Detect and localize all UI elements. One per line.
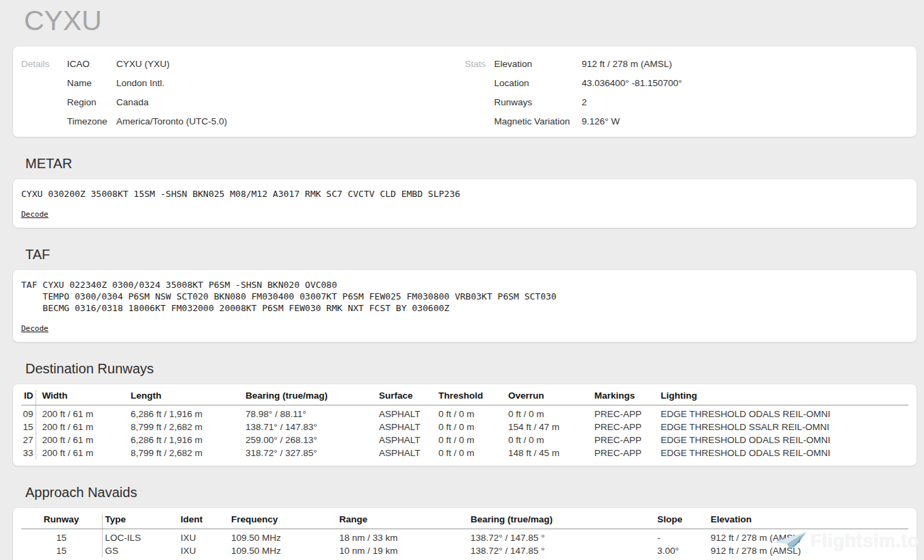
info-row: Runways2 [494, 93, 909, 112]
taf-heading: TAF [25, 245, 916, 264]
column-header: Threshold [438, 390, 508, 405]
table-cell: 15 [21, 544, 102, 557]
table-cell: 109.50 MHz [231, 529, 339, 545]
table-cell: 138.72° / 147.85 ° [471, 529, 657, 545]
table-cell: PREC-APP [594, 405, 661, 421]
details-group-label: Details [21, 55, 58, 74]
table-header-row: RunwayTypeIdentFrequencyRangeBearing (tr… [21, 514, 908, 529]
runways-heading: Destination Runways [25, 360, 916, 378]
info-value: 912 ft / 278 m (AMSL) [582, 55, 672, 74]
table-cell: 6,286 ft / 1,916 m [131, 434, 246, 446]
info-row: Elevation912 ft / 278 m (AMSL) [494, 55, 909, 74]
column-header: Surface [379, 390, 438, 405]
table-header-row: IDWidthLengthBearing (true/mag)SurfaceTh… [21, 390, 908, 405]
metar-heading: METAR [25, 155, 916, 173]
table-cell: EDGE THRESHOLD SSALR REIL-OMNI [661, 421, 908, 434]
table-cell: 3.00° [657, 544, 711, 557]
table-cell: ASPHALT [379, 446, 438, 459]
column-header: Runway [21, 514, 102, 529]
watermark-text: Flightsim.to [810, 531, 919, 551]
metar-decode-link[interactable]: Decode [21, 210, 49, 219]
stats-rows: Elevation912 ft / 278 m (AMSL)Location43… [494, 55, 909, 131]
column-header: Type [102, 514, 181, 529]
paper-plane-icon [771, 530, 807, 552]
table-cell: 8,799 ft / 2,682 m [131, 446, 246, 459]
table-cell: 259.00° / 268.13° [246, 434, 379, 446]
navaids-heading: Approach Navaids [25, 483, 916, 502]
table-cell: - [657, 529, 711, 545]
table-cell: 154 ft / 47 m [508, 421, 594, 434]
column-header: Width [36, 390, 131, 405]
table-cell: 148 ft / 45 m [508, 446, 594, 459]
table-cell: EDGE THRESHOLD ODALS REIL-OMNI [661, 434, 908, 446]
column-header: Elevation [711, 514, 908, 529]
column-header: Bearing (true/mag) [246, 390, 379, 405]
column-header: Bearing (true/mag) [471, 514, 657, 529]
table-cell: 18 nm / 33 km [339, 529, 471, 545]
info-row: Magnetic Variation9.126° W [494, 112, 909, 131]
table-row: 15200 ft / 61 m8,799 ft / 2,682 m138.71°… [21, 421, 908, 434]
table-cell: PREC-APP [594, 434, 661, 446]
flightsim-watermark: Flightsim.to [771, 530, 919, 552]
table-cell: ASPHALT [379, 434, 438, 446]
stats-group-label: Stats [465, 55, 485, 74]
info-label: ICAO [67, 55, 116, 74]
column-header: Range [339, 514, 471, 529]
table-cell: 78.98° / 88.11° [246, 405, 379, 421]
table-cell: LOC-ILS [102, 529, 181, 545]
info-label: Timezone [67, 112, 116, 131]
table-cell: 10 nm / 19 km [339, 544, 471, 557]
table-cell: ASPHALT [379, 421, 438, 434]
metar-card: CYXU 030200Z 35008KT 15SM -SHSN BKN025 M… [13, 179, 916, 228]
table-cell: IXU [181, 529, 231, 545]
table-row: 27200 ft / 61 m6,286 ft / 1,916 m259.00°… [21, 434, 908, 446]
table-cell: 0 ft / 0 m [508, 405, 594, 421]
info-row: TimezoneAmerica/Toronto (UTC-5.0) [67, 112, 465, 131]
info-label: Location [494, 74, 582, 93]
table-cell: 33 [21, 446, 36, 459]
taf-card: TAF CYXU 022340Z 0300/0324 35008KT P6SM … [13, 270, 916, 342]
page-title: CYXU [24, 1, 916, 40]
table-cell: 200 ft / 61 m [36, 421, 131, 434]
info-value: 2 [582, 93, 588, 112]
table-cell: 200 ft / 61 m [36, 405, 131, 421]
table-cell: 318.72° / 327.85° [246, 446, 379, 459]
column-header: Ident [181, 514, 231, 529]
info-value: 43.036400° -81.150700° [582, 74, 683, 93]
column-header: ID [21, 390, 36, 405]
table-cell: ASPHALT [379, 405, 438, 421]
taf-text: TAF CYXU 022340Z 0300/0324 35008KT P6SM … [21, 279, 908, 314]
table-cell: 15 [21, 529, 102, 545]
table-cell: 109.50 MHz [231, 544, 339, 557]
table-cell: 0 ft / 0 m [508, 434, 594, 446]
table-cell: PREC-APP [594, 446, 661, 459]
info-row: Location43.036400° -81.150700° [494, 74, 909, 93]
taf-decode-link[interactable]: Decode [21, 324, 49, 333]
stats-group: Stats Elevation912 ft / 278 m (AMSL)Loca… [465, 55, 909, 131]
info-row: NameLondon Intl. [67, 74, 465, 93]
table-cell: 200 ft / 61 m [36, 446, 131, 459]
table-cell: 27 [21, 434, 36, 446]
column-header: Length [131, 390, 246, 405]
table-cell: GS [102, 544, 181, 557]
column-header: Overrun [508, 390, 594, 405]
column-header: Slope [657, 514, 711, 529]
table-cell: EDGE THRESHOLD ODALS REIL-OMNI [661, 446, 908, 459]
table-cell: 0 ft / 0 m [438, 421, 508, 434]
column-header: Markings [594, 390, 661, 405]
info-label: Region [67, 93, 116, 112]
details-rows: ICAOCYXU (YXU)NameLondon Intl.RegionCana… [67, 55, 465, 131]
info-label: Name [67, 74, 116, 93]
info-value: London Intl. [116, 74, 165, 93]
table-cell: 0 ft / 0 m [438, 405, 508, 421]
table-cell: EDGE THRESHOLD ODALS REIL-OMNI [661, 405, 908, 421]
runways-card: IDWidthLengthBearing (true/mag)SurfaceTh… [13, 384, 916, 466]
table-cell: 15 [21, 421, 36, 434]
info-row: ICAOCYXU (YXU) [67, 55, 465, 74]
table-cell: PREC-APP [594, 421, 661, 434]
table-cell: 6,286 ft / 1,916 m [131, 405, 246, 421]
info-row: RegionCanada [67, 93, 465, 112]
table-cell: 09 [21, 405, 36, 421]
column-header: Frequency [231, 514, 339, 529]
table-cell: IXU [181, 544, 231, 557]
